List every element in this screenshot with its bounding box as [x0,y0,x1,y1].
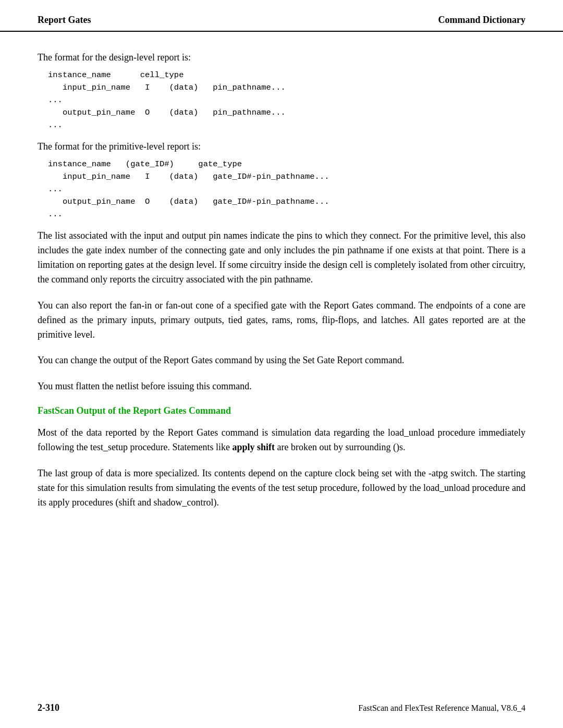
fastscan-paragraph-2: The last group of data is more specializ… [38,466,525,510]
primitive-code-line-4: output_pin_name O (data) gate_ID#-pin_pa… [48,195,525,208]
design-code-line-3: ... [48,94,525,106]
design-code-line-4: output_pin_name O (data) pin_pathname... [48,106,525,119]
body-paragraph-3: You can change the output of the Report … [38,353,525,368]
design-code-line-1: instance_name cell_type [48,69,525,81]
fastscan-section-heading: FastScan Output of the Report Gates Comm… [38,405,525,416]
page: Report Gates Command Dictionary The form… [0,0,563,728]
design-code-line-2: input_pin_name I (data) pin_pathname... [48,81,525,94]
primitive-code-line-1: instance_name (gate_ID#) gate_type [48,158,525,170]
primitive-code-line-2: input_pin_name I (data) gate_ID#-pin_pat… [48,170,525,183]
design-code-line-5: ... [48,119,525,131]
primitive-code-line-5: ... [48,208,525,220]
page-footer: 2-310 FastScan and FlexTest Reference Ma… [0,694,563,728]
body-paragraph-1: The list associated with the input and o… [38,229,525,287]
page-header: Report Gates Command Dictionary [0,0,563,32]
header-left-title: Report Gates [38,15,91,26]
header-right-title: Command Dictionary [438,15,526,26]
design-level-code: instance_name cell_type input_pin_name I… [48,69,525,131]
primitive-level-intro: The format for the primitive-level repor… [38,140,525,154]
page-number: 2-310 [38,702,59,713]
body-paragraph-2: You can also report the fan-in or fan-ou… [38,299,525,342]
fastscan-paragraph-1: Most of the data reported by the Report … [38,426,525,455]
primitive-level-code: instance_name (gate_ID#) gate_type input… [48,158,525,220]
body-paragraph-4: You must flatten the netlist before issu… [38,379,525,394]
design-level-intro: The format for the design-level report i… [38,51,525,65]
bold-apply-shift: apply shift [232,442,275,452]
main-content: The format for the design-level report i… [0,32,563,694]
manual-name: FastScan and FlexTest Reference Manual, … [358,704,525,713]
primitive-code-line-3: ... [48,183,525,195]
